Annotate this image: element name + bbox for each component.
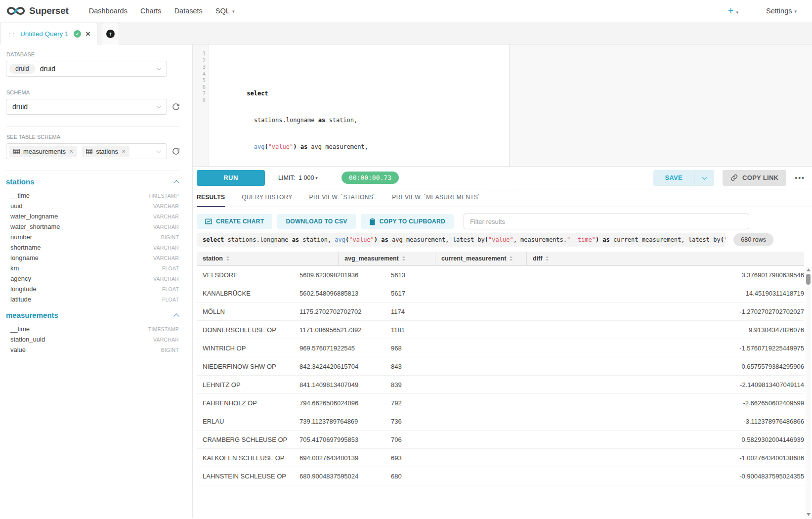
table-row: FAHRENHOLZ OP794.6626506024096792-2.6626… [197,394,804,412]
tab-query-history[interactable]: QUERY HISTORY [242,194,292,207]
filter-results-input[interactable] [464,214,749,229]
nav-charts[interactable]: Charts [140,7,162,15]
sql-token: avg_measurement, latest_by [388,236,485,243]
remove-table-icon[interactable] [69,148,73,155]
table-chip-stations[interactable]: stations [82,146,129,157]
settings-menu[interactable]: Settings [766,7,797,15]
table-select[interactable]: measurements stations [6,143,167,159]
column-name: km [10,264,19,272]
chart-icon [205,218,212,225]
table-cell: -2.662650602409599 [737,399,804,407]
executed-query-preview[interactable]: select stations.longname as station, avg… [197,233,726,247]
remove-table-icon[interactable] [122,148,126,155]
sql-token: avg [254,143,265,150]
query-tab-label[interactable]: Untitled Query 1 [20,30,69,38]
sql-editor[interactable]: 12345678 select stations.longname as sta… [193,44,812,167]
schema-table-name[interactable]: stations [6,177,35,186]
results-scrollbar[interactable] [806,267,811,518]
schema-label: SCHEMA [6,89,180,95]
column-name: longname [10,254,39,261]
save-dropdown-button[interactable] [694,170,714,186]
column-type: BIGINT [161,347,179,353]
column-name: __time [10,192,30,199]
schema-column-row: longname VARCHAR [6,253,179,263]
table-cell: 1174 [385,308,733,315]
nav-dashboards[interactable]: Dashboards [89,7,128,15]
column-type: TIMESTAMP [148,326,179,332]
add-tab-button[interactable]: + [102,23,119,44]
superset-logo[interactable]: Superset [7,5,69,16]
table-row: WINTRICH OP969.576071922545968-1.5760719… [197,339,804,357]
table-cell: 841.1409813407049 [294,381,385,389]
refresh-schema-icon[interactable] [171,102,180,111]
column-header-label: current_measurement [441,255,506,262]
copy-link-button[interactable]: COPY LINK [723,170,786,186]
database-select[interactable]: druid druid [6,61,167,77]
new-item-menu[interactable]: + [728,6,738,16]
save-button[interactable]: SAVE [653,170,694,186]
table-cell: 969.576071922545 [294,345,385,352]
line-number: 6 [193,84,209,91]
column-header-avg-measurement[interactable]: avg_measurement [338,252,435,265]
chevron-down-icon [157,148,162,153]
refresh-tables-icon[interactable] [171,147,180,156]
nav-datasets[interactable]: Datasets [174,7,203,15]
plus-circle-icon: + [106,30,115,38]
table-cell: 736 [385,418,737,425]
nav-sql-menu[interactable]: SQL [215,7,235,15]
limit-dropdown[interactable]: LIMIT: 1 000 [278,174,318,181]
database-select-value: druid [40,65,55,73]
sql-token [297,143,300,150]
table-row: VELSDORF5609.62309820193656133.376901798… [197,266,804,284]
sql-token: , measurements. [513,236,567,243]
tab-results[interactable]: RESULTS [197,194,225,207]
sort-icon[interactable] [546,256,549,261]
table-row: LAHNSTEIN SCHLEUSE OP680.900483759502468… [197,467,804,485]
table-chip-measurements[interactable]: measurements [9,146,77,157]
copy-clipboard-button[interactable]: COPY TO CLIPBOARD [361,214,454,229]
scrollbar-thumb[interactable] [806,274,811,285]
brand-name: Superset [29,5,69,16]
scroll-down-arrow-icon[interactable] [807,513,811,516]
table-cell: 694.0027643400139 [294,454,385,462]
tab-preview-stations[interactable]: PREVIEW: `STATIONS` [309,194,376,207]
code-line: avg("value") as avg_measurement, [211,130,812,137]
column-header-label: avg_measurement [344,255,399,262]
collapse-icon[interactable] [173,313,179,319]
sort-icon[interactable] [510,256,513,261]
line-number: 1 [193,50,209,57]
collapse-icon[interactable] [173,180,179,185]
tab-drag-handle-icon[interactable] [7,30,16,39]
column-header-diff[interactable]: diff [526,252,804,265]
chevron-down-icon [157,66,162,71]
download-csv-button[interactable]: DOWNLOAD TO CSV [277,214,355,229]
top-navbar: Superset Dashboards Charts Datasets SQL … [0,0,812,22]
chevron-down-icon [702,175,707,180]
schema-select[interactable]: druid [6,99,167,115]
scroll-up-arrow-icon[interactable] [807,268,811,271]
create-chart-button[interactable]: CREATE CHART [197,214,272,229]
results-table: station avg_measurement current_measurem… [197,252,804,485]
sql-token: ) [374,236,378,243]
run-button[interactable]: RUN [197,170,265,186]
more-menu-button[interactable]: ••• [795,174,805,182]
table-cell: 794.6626506024096 [294,399,385,407]
schema-table-name[interactable]: measurements [6,311,58,319]
tab-close-icon[interactable] [85,30,90,39]
column-header-current-measurement[interactable]: current_measurement [435,252,526,265]
sort-icon[interactable] [402,256,405,261]
sql-token: as [318,117,325,124]
column-type: VARCHAR [153,337,179,343]
sort-icon[interactable] [226,256,229,261]
schema-column-row: km FLOAT [6,263,179,273]
query-tab[interactable]: Untitled Query 1 [0,23,97,44]
table-cell: 680 [385,473,733,480]
table-cell: 680.9004837595024 [294,473,385,480]
column-header-station[interactable]: station [197,252,338,265]
pane-resize-handle[interactable] [490,191,515,191]
column-name: uuid [10,202,23,210]
save-split-button[interactable]: SAVE [653,170,714,186]
tab-preview-measurements[interactable]: PREVIEW: `MEASUREMENTS` [392,194,480,207]
table-cell: DONNERSCHLEUSE OP [197,326,294,334]
sql-token [247,143,254,150]
